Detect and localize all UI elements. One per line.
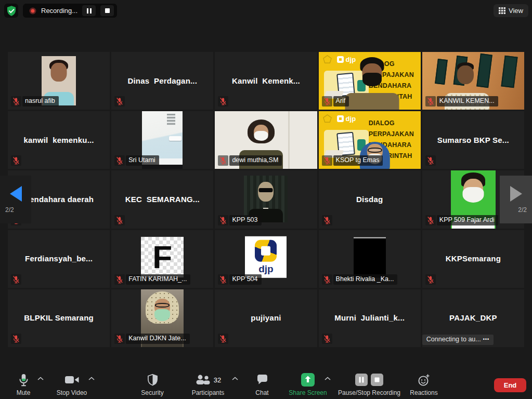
recording-indicator: Recording...: [23, 4, 117, 18]
next-page-button[interactable]: 2/2: [500, 176, 532, 223]
recording-dot-icon: [29, 7, 36, 15]
participant-name: KSOP tg Emas: [333, 155, 383, 166]
page-indicator: 2/2: [518, 206, 527, 214]
share-screen-label: Share Screen: [282, 389, 334, 396]
participants-icon: [195, 375, 211, 385]
mic-muted-icon: [11, 155, 21, 166]
mic-muted-icon: [425, 96, 436, 107]
mic-muted-icon: [322, 334, 332, 344]
participants-options-chevron[interactable]: [232, 373, 238, 382]
participant-name: BLPKIL Semarang: [8, 313, 110, 322]
participant-tile[interactable]: djpDIALOGPERPAJAKANBENDAHARAPEMERINTAH28…: [319, 111, 421, 169]
mute-options-chevron[interactable]: [37, 373, 44, 382]
participant-tile[interactable]: Sri Utami: [111, 111, 213, 169]
participant-name: Sri Utami: [126, 155, 159, 166]
participant-grid: nasrul afibDinas Perdagan...Kanwil Kemen…: [8, 52, 524, 347]
participants-button[interactable]: 32 Participants: [177, 372, 239, 396]
participant-tile[interactable]: Kanwil Kemenk...: [215, 52, 317, 110]
participant-name: Ferdiansyah_be...: [8, 254, 110, 263]
mic-muted-icon: [114, 155, 125, 166]
participant-tile[interactable]: Ferdiansyah_be...: [8, 230, 110, 288]
participant-name: Disdag: [319, 195, 421, 204]
security-button[interactable]: Security: [129, 372, 176, 396]
page-indicator: 2/2: [5, 206, 14, 214]
kemenkeu-logo-icon: [323, 55, 332, 64]
security-label: Security: [129, 389, 176, 396]
video-options-chevron[interactable]: [88, 373, 95, 382]
shield-icon: [129, 372, 176, 388]
share-options-chevron[interactable]: [325, 373, 331, 382]
participant-tile[interactable]: djpDIALOGPERPAJAKANBENDAHARAPEMERINTAH28…: [319, 52, 421, 110]
participant-tile[interactable]: dewi muthia,SM: [215, 111, 317, 169]
participant-name: KPP 509 Fajar Ardi: [437, 215, 498, 225]
participants-count: 32: [214, 376, 221, 384]
participant-tile[interactable]: FFATIN KARIMAH_...: [111, 230, 213, 288]
chat-label: Chat: [239, 389, 286, 396]
participant-name: Bhekti Rivalia _Ka...: [333, 274, 398, 285]
participant-name: Sumarso BKP Se...: [422, 135, 524, 144]
mic-muted-icon: [425, 155, 436, 166]
bottom-toolbar: Mute Stop Video Security 32: [0, 365, 532, 399]
participant-tile[interactable]: KKPSemarang: [422, 230, 524, 288]
mic-muted-icon: [11, 274, 21, 285]
djp-logo: djp: [337, 115, 356, 123]
participant-tile[interactable]: kanwil kemenku...: [8, 111, 110, 169]
participant-tile[interactable]: Dinas Perdagan...: [111, 52, 213, 110]
arrow-left-icon: [10, 186, 22, 202]
recording-label: Recording...: [41, 7, 77, 15]
participant-name: Kanwil DJKN Jate...: [126, 334, 189, 344]
mic-muted-icon: [218, 215, 228, 225]
participant-tile[interactable]: BLPKIL Semarang: [8, 289, 110, 347]
mic-muted-icon: [114, 215, 125, 225]
participant-tile[interactable]: Sumarso BKP Se...: [422, 111, 524, 169]
more-options-icon[interactable]: ⋯: [483, 336, 490, 343]
participant-tile[interactable]: KANWIL KEMEN...: [422, 52, 524, 110]
pause-stop-recording-button[interactable]: Pause/Stop Recording: [333, 372, 406, 396]
participant-name: KPP 504: [229, 274, 261, 285]
participant-tile[interactable]: Disdag: [319, 170, 421, 228]
participant-tile[interactable]: nasrul afib: [8, 52, 110, 110]
avatar-letter: F: [152, 241, 172, 273]
connecting-status: Connecting to au... ⋯: [422, 335, 494, 345]
mic-muted-icon: [322, 215, 332, 225]
participant-tile[interactable]: KPP 503: [215, 170, 317, 228]
participant-name: Dinas Perdagan...: [111, 76, 213, 85]
mic-muted-icon: [218, 274, 228, 285]
stop-recording-icon: [371, 374, 383, 386]
mic-muted-icon: [322, 274, 332, 285]
participant-name: FATIN KARIMAH_...: [126, 274, 190, 285]
djp-logo-avatar: djp: [245, 236, 287, 278]
reactions-label: Reactions: [400, 389, 447, 396]
chat-bubble-icon: [239, 372, 286, 388]
kemenkeu-logo-icon: [323, 114, 332, 123]
reactions-button[interactable]: Reactions: [400, 372, 447, 396]
participant-tile[interactable]: Murni Julianti_k...: [319, 289, 421, 347]
participant-tile[interactable]: PAJAK_DKPConnecting to au... ⋯: [422, 289, 524, 347]
mute-label: Mute: [0, 389, 47, 396]
participant-tile[interactable]: Bhekti Rivalia _Ka...: [319, 230, 421, 288]
zoom-meeting-window: Recording... View nasrul afibDinas Perda…: [0, 0, 532, 399]
participant-name: PAJAK_DKP: [422, 313, 524, 322]
mic-muted-icon: [11, 334, 21, 344]
pause-recording-button[interactable]: [82, 5, 96, 16]
mic-muted-icon: [218, 96, 228, 107]
view-button[interactable]: View: [494, 4, 528, 17]
participant-name: Kanwil Kemenk...: [215, 76, 317, 85]
participant-name: KPP 503: [229, 215, 261, 225]
participant-tile[interactable]: pujiyani: [215, 289, 317, 347]
security-shield-icon: [4, 4, 18, 18]
pause-recording-icon: [355, 374, 368, 386]
grid-view-icon: [499, 7, 505, 14]
mic-muted-icon: [425, 274, 436, 285]
end-meeting-button[interactable]: End: [494, 378, 526, 392]
previous-page-button[interactable]: 2/2: [0, 176, 31, 223]
stop-recording-button[interactable]: [100, 5, 114, 16]
participant-name: KANWIL KEMEN...: [437, 96, 498, 107]
participant-tile[interactable]: KEC SEMARANG...: [111, 170, 213, 228]
mic-muted-icon: [322, 155, 332, 166]
view-label: View: [509, 7, 523, 15]
participant-tile[interactable]: Kanwil DJKN Jate...: [111, 289, 213, 347]
mic-muted-icon: [114, 274, 125, 285]
participant-tile[interactable]: djpKPP 504: [215, 230, 317, 288]
chat-button[interactable]: Chat: [239, 372, 286, 396]
